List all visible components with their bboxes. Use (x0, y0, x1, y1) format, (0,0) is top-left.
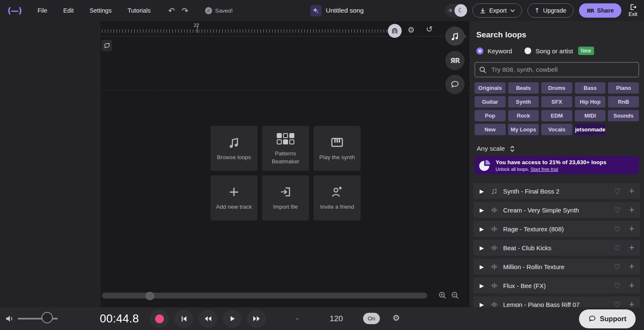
theme-toggle[interactable]: ☀ ☾ (445, 4, 467, 17)
menu-settings[interactable]: Settings (90, 7, 112, 14)
play-loop-icon[interactable]: ▶ (480, 188, 491, 194)
menu-file[interactable]: File (37, 7, 47, 14)
moon-icon[interactable]: ☾ (454, 4, 467, 17)
undo-icon[interactable]: ↶ (168, 7, 175, 15)
chip-drums[interactable]: Drums (541, 82, 572, 94)
favorite-heart-icon[interactable]: ♡ (614, 262, 621, 271)
add-loop-icon[interactable]: + (629, 224, 634, 233)
chat-button[interactable] (445, 75, 465, 94)
rewind-button[interactable] (199, 309, 217, 328)
favorite-heart-icon[interactable]: ♡ (614, 225, 621, 233)
loop-row[interactable]: ▶ Lemon - Piano Bass Riff 07 ♡ + (473, 296, 640, 307)
favorite-heart-icon[interactable]: ♡ (614, 281, 621, 290)
search-input[interactable] (491, 65, 634, 74)
loop-row[interactable]: ▶ Rage - Texturex (808) ♡ + (473, 221, 640, 237)
scale-selector[interactable]: Any scale (477, 145, 515, 152)
add-comment-button[interactable] (101, 40, 112, 51)
play-loop-icon[interactable]: ▶ (480, 207, 491, 213)
redo-icon[interactable]: ↷ (182, 7, 188, 15)
transport-settings-gear-icon[interactable]: ⚙ (392, 314, 400, 322)
play-loop-icon[interactable]: ▶ (480, 245, 491, 251)
menu-edit[interactable]: Edit (63, 7, 74, 14)
import-file-card[interactable]: Import file (262, 175, 309, 220)
record-button[interactable] (150, 309, 169, 328)
add-loop-icon[interactable]: + (629, 300, 634, 307)
chip-rock[interactable]: Rock (508, 110, 539, 121)
play-loop-icon[interactable]: ▶ (480, 226, 491, 232)
loop-row[interactable]: ▶ Synth - Final Boss 2 ♡ + (473, 183, 640, 199)
browse-loops-card[interactable]: Browse loops (210, 126, 257, 171)
upgrade-button[interactable]: ↑ Upgrade (527, 3, 574, 18)
chip-vocals[interactable]: Vocals (541, 124, 572, 135)
start-free-trial-link[interactable]: Start free trial (530, 167, 558, 172)
loop-row[interactable]: ▶ Million - Rollin Texture ♡ + (473, 259, 640, 275)
share-button[interactable]: ЯR Share (579, 3, 621, 18)
play-loop-icon[interactable]: ▶ (480, 264, 491, 270)
song-title-group[interactable]: Untitled song (310, 0, 364, 21)
snap-magnet-button[interactable] (388, 24, 402, 38)
timeline-ruler[interactable] (102, 29, 387, 33)
song-title[interactable]: Untitled song (326, 7, 364, 14)
volume-slider-thumb[interactable] (42, 312, 53, 323)
collaborators-button[interactable]: ЯR (445, 51, 465, 70)
song-or-artist-radio[interactable] (525, 47, 531, 54)
loops-panel-button[interactable] (445, 26, 465, 46)
menu-tutorials[interactable]: Tutorials (127, 7, 151, 14)
patterns-beatmaker-card[interactable]: Patterns Beatmaker (262, 126, 309, 171)
chip-originals[interactable]: Originals (475, 82, 506, 94)
play-button[interactable] (223, 309, 242, 328)
loop-row[interactable]: ▶ Cream - Very Simple Synth ♡ + (473, 202, 640, 218)
chip-piano[interactable]: Piano (608, 82, 639, 94)
chip-new[interactable]: New (475, 124, 506, 135)
loop-search-box[interactable] (475, 62, 639, 77)
chip-synth[interactable]: Synth (508, 96, 539, 107)
chip-midi[interactable]: MIDI (575, 110, 606, 121)
add-loop-icon[interactable]: + (629, 262, 634, 271)
volume-icon[interactable] (5, 314, 14, 323)
keyword-radio-label[interactable]: Keyword (488, 47, 512, 55)
scrollbar-thumb[interactable] (145, 292, 154, 300)
keyword-radio[interactable] (476, 47, 483, 55)
add-loop-icon[interactable]: + (629, 281, 634, 290)
metronome-toggle[interactable]: On (363, 313, 380, 324)
chip-rnb[interactable]: RnB (608, 96, 639, 107)
favorite-heart-icon[interactable]: ♡ (614, 300, 621, 308)
chip-pop[interactable]: Pop (475, 110, 506, 121)
horizontal-scrollbar[interactable] (102, 293, 427, 299)
chip-sounds[interactable]: Sounds (608, 110, 639, 121)
fast-forward-button[interactable] (247, 309, 266, 328)
play-loop-icon[interactable]: ▶ (480, 301, 491, 308)
chip-jetsonmade[interactable]: jetsonmade (575, 124, 606, 135)
export-button[interactable]: Export (473, 3, 522, 18)
add-new-track-card[interactable]: + Add new track (210, 175, 257, 220)
loop-cycle-icon[interactable]: ↺ (426, 25, 433, 33)
skip-to-start-button[interactable] (174, 309, 193, 328)
key-signature-display[interactable]: - (296, 315, 298, 322)
chip-my-loops[interactable]: My Loops (508, 124, 539, 135)
favorite-heart-icon[interactable]: ♡ (614, 206, 621, 215)
zoom-out-button[interactable] (451, 291, 459, 299)
favorite-heart-icon[interactable]: ♡ (614, 187, 621, 196)
song-or-artist-radio-label[interactable]: Song or artist (535, 47, 573, 55)
chip-guitar[interactable]: Guitar (475, 96, 506, 107)
chip-bass[interactable]: Bass (575, 82, 606, 94)
soundtrap-logo[interactable]: (—) (8, 6, 21, 15)
support-button[interactable]: Support (579, 309, 636, 328)
zoom-in-button[interactable] (439, 291, 447, 299)
chip-beats[interactable]: Beats (508, 82, 539, 94)
invite-friend-card[interactable]: Invite a friend (314, 175, 361, 220)
add-loop-icon[interactable]: + (629, 243, 634, 252)
play-loop-icon[interactable]: ▶ (480, 283, 491, 289)
add-loop-icon[interactable]: + (629, 205, 634, 215)
chip-hiphop[interactable]: Hip Hop (575, 96, 606, 107)
play-synth-card[interactable]: Play the synth (314, 126, 361, 171)
bpm-display[interactable]: 120 (327, 314, 345, 323)
loop-row[interactable]: ▶ Beat - Club Kicks ♡ + (473, 240, 640, 256)
chip-edm[interactable]: EDM (541, 110, 572, 121)
timeline-settings-gear-icon[interactable]: ⚙ (408, 26, 415, 34)
favorite-heart-icon[interactable]: ♡ (614, 244, 621, 252)
exit-button[interactable]: Exit (628, 4, 637, 17)
add-loop-icon[interactable]: + (629, 186, 634, 196)
chip-sfx[interactable]: SFX (541, 96, 572, 107)
loop-row[interactable]: ▶ Flux - Bee (FX) ♡ + (473, 278, 640, 293)
